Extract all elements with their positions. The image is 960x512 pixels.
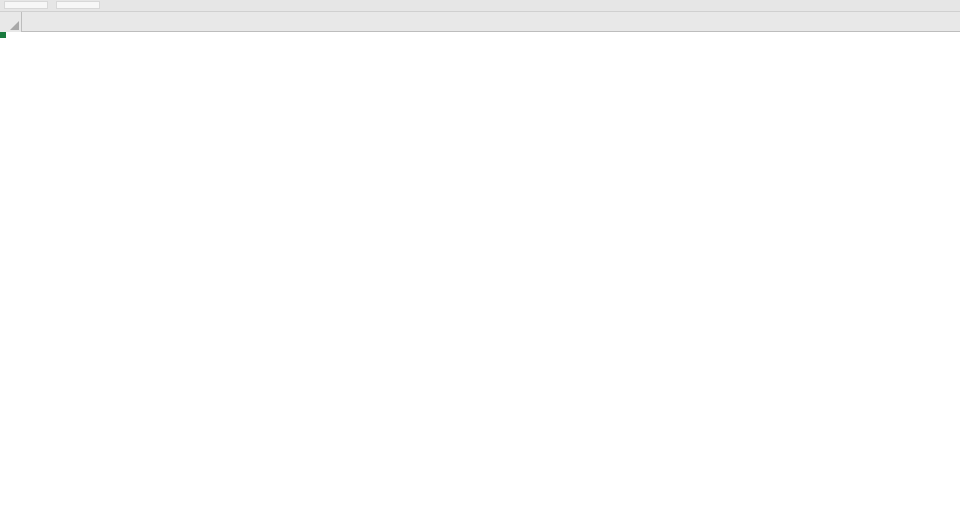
select-all-corner[interactable] xyxy=(0,12,22,32)
spreadsheet-viewport xyxy=(0,0,960,512)
ribbon-strip xyxy=(0,0,960,12)
column-headers xyxy=(0,12,960,32)
fill-handle[interactable] xyxy=(0,32,6,38)
grid-body[interactable] xyxy=(0,32,960,512)
